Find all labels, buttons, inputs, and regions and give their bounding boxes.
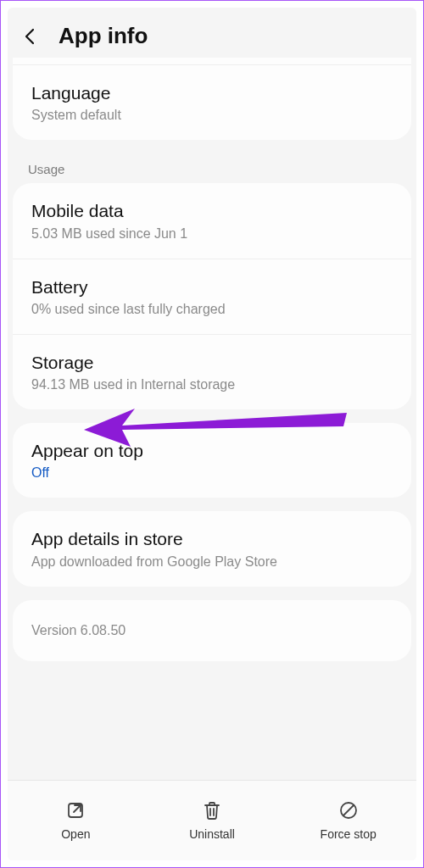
svg-line-1 <box>74 805 81 812</box>
header: App info <box>8 8 416 58</box>
card-store: App details in store App downloaded from… <box>13 511 411 586</box>
row-version: Version 6.08.50 <box>13 600 411 661</box>
row-storage[interactable]: Storage 94.13 MB used in Internal storag… <box>13 334 411 409</box>
trash-icon <box>202 800 222 821</box>
back-button[interactable] <box>20 25 42 47</box>
svg-line-5 <box>343 805 354 815</box>
uninstall-label: Uninstall <box>189 827 235 841</box>
row-mobile-data[interactable]: Mobile data 5.03 MB used since Jun 1 <box>13 183 411 258</box>
card-usage: Mobile data 5.03 MB used since Jun 1 Bat… <box>13 183 411 409</box>
language-title: Language <box>31 82 393 104</box>
card-version: Version 6.08.50 <box>13 600 411 661</box>
page-title: App info <box>59 23 148 49</box>
chevron-left-icon <box>20 26 41 47</box>
store-subtitle: App downloaded from Google Play Store <box>31 554 393 570</box>
row-appear-on-top[interactable]: Appear on top Off <box>13 423 411 498</box>
battery-subtitle: 0% used since last fully charged <box>31 302 393 317</box>
bottom-bar: Open Uninstall Force stop <box>8 780 416 860</box>
uninstall-button[interactable]: Uninstall <box>144 781 281 860</box>
row-hidden-top[interactable] <box>13 58 411 64</box>
version-text: Version 6.08.50 <box>31 622 393 639</box>
mobile-data-subtitle: 5.03 MB used since Jun 1 <box>31 226 393 242</box>
battery-title: Battery <box>31 276 393 298</box>
section-usage-label: Usage <box>8 153 416 183</box>
forbidden-icon <box>338 800 359 821</box>
open-label: Open <box>61 827 90 841</box>
row-app-details-in-store[interactable]: App details in store App downloaded from… <box>13 511 411 586</box>
open-icon <box>65 800 86 821</box>
appear-title: Appear on top <box>31 440 393 462</box>
card-general: Language System default <box>13 58 411 140</box>
language-subtitle: System default <box>31 108 393 123</box>
force-stop-button[interactable]: Force stop <box>280 781 416 860</box>
row-battery[interactable]: Battery 0% used since last fully charged <box>13 259 411 334</box>
mobile-data-title: Mobile data <box>31 200 393 222</box>
open-button[interactable]: Open <box>8 781 144 860</box>
appear-value: Off <box>31 465 393 481</box>
card-appear-on-top: Appear on top Off <box>13 423 411 498</box>
storage-title: Storage <box>31 352 393 374</box>
force-stop-label: Force stop <box>321 827 377 841</box>
store-title: App details in store <box>31 528 393 550</box>
row-language[interactable]: Language System default <box>13 64 411 140</box>
storage-subtitle: 94.13 MB used in Internal storage <box>31 377 393 392</box>
